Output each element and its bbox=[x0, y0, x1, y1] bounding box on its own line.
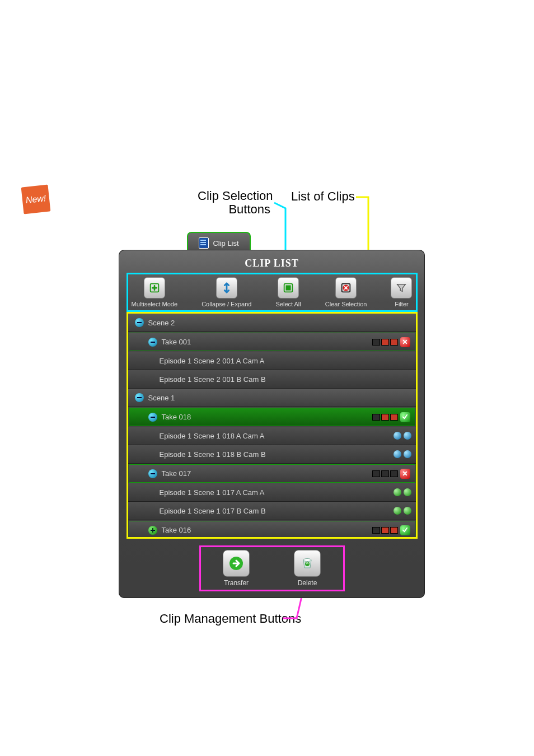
transfer-icon bbox=[223, 550, 250, 577]
svg-point-6 bbox=[303, 559, 311, 562]
status-dot bbox=[394, 488, 401, 496]
row-label: Episode 1 Scene 2 001 A Cam A bbox=[160, 357, 416, 365]
row-label: Episode 1 Scene 1 017 B Cam B bbox=[160, 507, 394, 515]
collapse-toggle[interactable] bbox=[148, 338, 157, 347]
row-label: Scene 2 bbox=[148, 319, 416, 327]
clip-row[interactable]: Episode 1 Scene 1 018 B Cam B bbox=[128, 445, 416, 464]
take-status bbox=[372, 412, 410, 422]
clip-row[interactable]: Episode 1 Scene 1 017 A Cam A bbox=[128, 483, 416, 502]
annotation-list-of-clips: List of Clips bbox=[291, 189, 355, 204]
status-dot bbox=[404, 488, 411, 496]
row-label: Episode 1 Scene 2 001 B Cam B bbox=[160, 375, 416, 384]
collapse-toggle[interactable] bbox=[135, 318, 144, 327]
clip-list-panel: CLIP LIST Multiselect Mode Collapse / Ex… bbox=[119, 250, 425, 598]
reject-badge bbox=[400, 337, 410, 347]
clip-row[interactable]: Episode 1 Scene 1 018 A Cam A bbox=[128, 427, 416, 445]
clear-selection-icon bbox=[335, 277, 357, 298]
clip-selection-buttons: Multiselect Mode Collapse / Expand Selec… bbox=[127, 273, 418, 312]
row-label: Take 017 bbox=[162, 469, 372, 478]
button-label: Delete bbox=[298, 579, 317, 587]
row-label: Take 001 bbox=[162, 338, 372, 346]
transfer-button[interactable]: Transfer bbox=[223, 550, 250, 587]
scene-row[interactable]: Scene 2 bbox=[128, 314, 416, 332]
annotation-clip-management: Clip Management Buttons bbox=[160, 612, 301, 626]
status-dot bbox=[404, 450, 411, 458]
new-badge: New! bbox=[21, 185, 51, 214]
take-row[interactable]: Take 016 bbox=[129, 521, 415, 539]
tab-label: Clip List bbox=[213, 239, 238, 248]
collapse-expand-icon bbox=[216, 277, 237, 298]
annotation-clip-selection: Clip Selection Buttons bbox=[198, 189, 270, 216]
check-badge bbox=[400, 412, 410, 422]
take-status bbox=[372, 469, 410, 479]
take-status bbox=[372, 337, 410, 347]
select-all-icon bbox=[278, 277, 299, 298]
take-row[interactable]: Take 017 bbox=[129, 464, 415, 483]
delete-icon bbox=[294, 550, 321, 577]
clear-selection-button[interactable]: Clear Selection bbox=[325, 277, 367, 307]
row-label: Episode 1 Scene 1 018 A Cam A bbox=[160, 432, 394, 440]
row-label: Episode 1 Scene 1 018 B Cam B bbox=[160, 450, 394, 459]
reject-badge bbox=[400, 469, 410, 479]
multiselect-icon bbox=[144, 277, 165, 298]
clip-status bbox=[394, 432, 411, 440]
button-label: Collapse / Expand bbox=[202, 301, 251, 307]
list-icon bbox=[199, 237, 209, 249]
button-label: Multiselect Mode bbox=[132, 301, 178, 307]
clip-status bbox=[394, 507, 411, 515]
panel-title: CLIP LIST bbox=[119, 258, 425, 269]
button-label: Transfer bbox=[224, 579, 249, 587]
clip-status bbox=[394, 450, 411, 458]
row-label: Take 018 bbox=[162, 413, 372, 421]
filter-icon bbox=[391, 277, 412, 298]
filter-button[interactable]: Filter bbox=[391, 277, 412, 307]
status-dot bbox=[404, 507, 411, 515]
collapse-expand-button[interactable]: Collapse / Expand bbox=[202, 277, 251, 307]
clip-row[interactable]: Episode 1 Scene 2 001 A Cam A bbox=[128, 352, 416, 370]
collapse-toggle[interactable] bbox=[148, 469, 157, 478]
delete-button[interactable]: Delete bbox=[294, 550, 321, 587]
row-label: Episode 1 Scene 1 017 A Cam A bbox=[160, 488, 394, 497]
collapse-toggle[interactable] bbox=[148, 413, 157, 422]
multiselect-button[interactable]: Multiselect Mode bbox=[132, 277, 178, 307]
clip-list: Scene 2Take 001Episode 1 Scene 2 001 A C… bbox=[127, 312, 418, 539]
clip-row[interactable]: Episode 1 Scene 2 001 B Cam B bbox=[128, 370, 416, 389]
take-row[interactable]: Take 001 bbox=[129, 333, 415, 351]
button-label: Clear Selection bbox=[325, 301, 367, 307]
take-row[interactable]: Take 018 bbox=[129, 408, 415, 426]
expand-toggle[interactable] bbox=[148, 526, 157, 535]
row-label: Scene 1 bbox=[148, 394, 416, 402]
button-label: Filter bbox=[395, 301, 408, 307]
take-status bbox=[372, 525, 410, 535]
clip-row[interactable]: Episode 1 Scene 1 017 B Cam B bbox=[128, 502, 416, 520]
check-badge bbox=[400, 525, 410, 535]
status-dot bbox=[394, 432, 401, 440]
scene-row[interactable]: Scene 1 bbox=[128, 389, 416, 407]
svg-rect-2 bbox=[286, 285, 291, 290]
clip-status bbox=[394, 488, 411, 496]
button-label: Select All bbox=[275, 301, 301, 307]
status-dot bbox=[394, 507, 401, 515]
collapse-toggle[interactable] bbox=[135, 393, 144, 402]
clip-management-buttons: Transfer Delete bbox=[199, 545, 345, 591]
select-all-button[interactable]: Select All bbox=[275, 277, 301, 307]
status-dot bbox=[394, 450, 401, 458]
row-label: Take 016 bbox=[162, 526, 372, 534]
status-dot bbox=[404, 432, 411, 440]
